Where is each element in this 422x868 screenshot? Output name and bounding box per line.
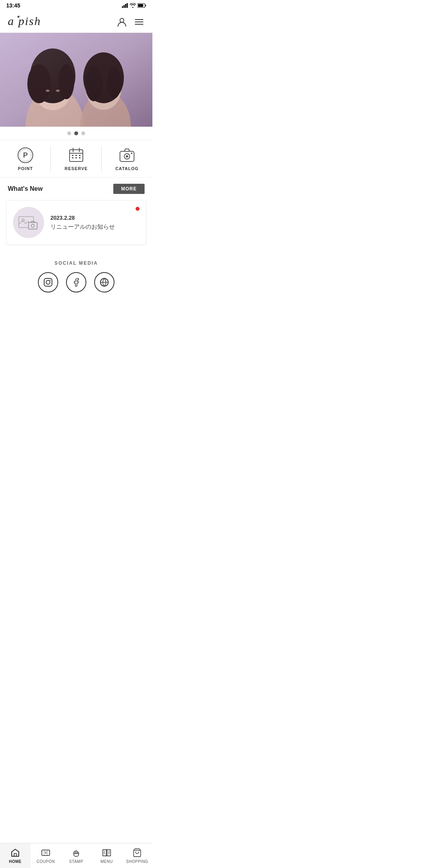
status-time: 13:45 <box>6 2 20 9</box>
point-icon-svg: P <box>17 147 34 164</box>
svg-rect-37 <box>79 155 80 156</box>
reserve-label: RESERVE <box>64 166 88 171</box>
svg-rect-1 <box>123 5 125 8</box>
dot-2[interactable] <box>74 131 78 135</box>
banner-pagination[interactable] <box>0 127 152 140</box>
news-card-1[interactable]: 2023.2.28 リニューアルのお知らせ <box>6 200 146 245</box>
catalog-icon <box>118 147 136 164</box>
svg-rect-2 <box>125 4 126 8</box>
wifi-icon <box>130 3 136 8</box>
hero-image <box>0 33 152 127</box>
reserve-icon <box>68 147 85 164</box>
quick-item-point[interactable]: P POINT <box>0 140 51 177</box>
header: a ★ pish <box>0 11 152 33</box>
hero-illustration <box>0 33 152 127</box>
facebook-button[interactable] <box>66 272 86 292</box>
svg-text:a: a <box>8 14 14 27</box>
hero-banner[interactable] <box>0 33 152 127</box>
battery-icon <box>138 3 146 8</box>
header-icons <box>116 16 145 27</box>
reserve-icon-svg <box>68 147 85 164</box>
website-button[interactable] <box>94 272 114 292</box>
svg-rect-0 <box>122 6 123 8</box>
social-icons <box>0 272 152 292</box>
more-button[interactable]: MORE <box>113 184 145 194</box>
svg-point-43 <box>126 155 128 158</box>
quick-item-reserve[interactable]: RESERVE <box>51 140 102 177</box>
new-indicator <box>136 207 139 211</box>
social-title: SOCIAL MEDIA <box>0 260 152 266</box>
point-icon: P <box>17 147 34 164</box>
menu-button[interactable] <box>134 16 145 27</box>
svg-point-9 <box>120 18 124 22</box>
whats-new-header: What's New MORE <box>0 178 152 200</box>
svg-rect-40 <box>79 157 80 158</box>
status-bar: 13:45 <box>0 0 152 11</box>
quick-access: P POINT RESERVE <box>0 140 152 178</box>
dot-1[interactable] <box>67 131 71 135</box>
account-button[interactable] <box>116 16 127 27</box>
logo-svg: a ★ pish <box>8 13 55 28</box>
bottom-spacer <box>0 299 152 330</box>
svg-point-50 <box>46 280 50 284</box>
status-icons <box>122 3 146 8</box>
svg-text:P: P <box>23 151 28 159</box>
svg-rect-38 <box>72 157 73 158</box>
svg-rect-49 <box>44 278 52 286</box>
facebook-icon <box>72 278 81 287</box>
svg-point-44 <box>131 152 132 154</box>
svg-rect-3 <box>127 3 128 8</box>
svg-rect-5 <box>138 4 143 7</box>
quick-item-catalog[interactable]: CATALOG <box>102 140 152 177</box>
signal-icon <box>122 3 128 8</box>
whats-new-title: What's New <box>8 185 43 192</box>
dot-3[interactable] <box>81 131 85 135</box>
catalog-icon-svg <box>118 147 136 164</box>
logo: a ★ pish <box>8 13 55 31</box>
news-date: 2023.2.28 <box>50 215 129 221</box>
news-content: 2023.2.28 リニューアルのお知らせ <box>50 215 129 231</box>
svg-rect-39 <box>75 157 77 158</box>
svg-rect-35 <box>72 155 73 156</box>
globe-icon <box>100 278 109 287</box>
social-media-section: SOCIAL MEDIA <box>0 251 152 299</box>
account-icon <box>117 17 127 27</box>
svg-point-51 <box>50 280 50 280</box>
instagram-button[interactable] <box>38 272 58 292</box>
instagram-icon <box>43 278 53 287</box>
svg-rect-47 <box>29 222 37 229</box>
svg-text:pish: pish <box>18 14 41 27</box>
point-label: POINT <box>18 166 33 171</box>
menu-icon <box>134 17 144 27</box>
svg-rect-27 <box>0 33 152 127</box>
news-thumb-icon <box>17 211 40 234</box>
news-title: リニューアルのお知らせ <box>50 223 129 231</box>
svg-rect-36 <box>75 155 77 156</box>
news-thumbnail <box>13 207 44 238</box>
catalog-label: CATALOG <box>115 166 139 171</box>
